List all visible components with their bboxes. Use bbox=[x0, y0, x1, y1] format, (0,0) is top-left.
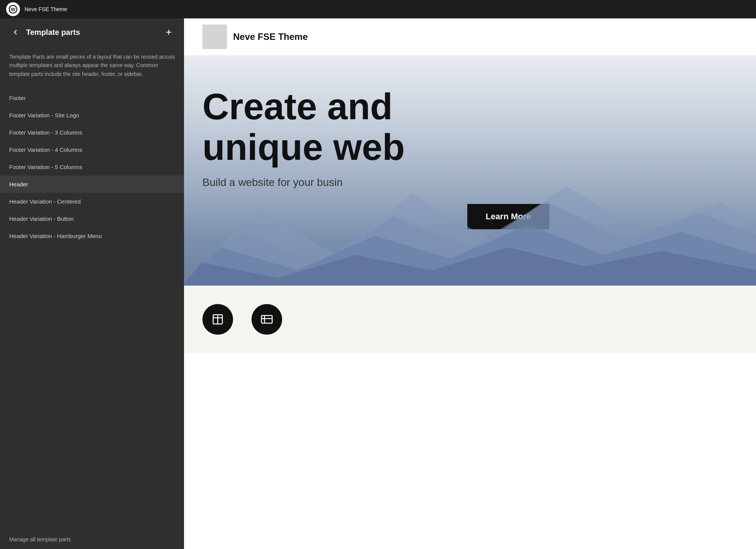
add-button[interactable] bbox=[163, 26, 175, 38]
sidebar-footer: Manage all template parts bbox=[0, 529, 184, 549]
sidebar-title: Template parts bbox=[26, 28, 80, 37]
svg-text:W: W bbox=[11, 7, 16, 12]
wordpress-logo: W bbox=[6, 2, 20, 16]
back-button[interactable] bbox=[9, 26, 21, 38]
preview-area: Neve FSE Theme Create and unique web Bui… bbox=[184, 18, 756, 549]
sidebar-header-left: Template parts bbox=[9, 26, 80, 38]
site-logo bbox=[202, 25, 227, 49]
mountain-illustration bbox=[184, 178, 756, 286]
hero-title: Create and unique web bbox=[202, 86, 738, 167]
below-hero-section bbox=[184, 286, 756, 353]
feature-icon-2 bbox=[251, 304, 282, 335]
feature-icon-1 bbox=[202, 304, 233, 335]
sidebar: Template parts Template Parts are small … bbox=[0, 18, 184, 549]
sidebar-item-header-hamburger[interactable]: Header Variation - Hamburger Menu bbox=[0, 227, 184, 245]
top-bar-title: Neve FSE Theme bbox=[25, 6, 67, 12]
sidebar-item-footer-5-columns[interactable]: Footer Variation - 5 Columns bbox=[0, 158, 184, 176]
site-header: Neve FSE Theme bbox=[184, 18, 756, 56]
top-bar: W Neve FSE Theme bbox=[0, 0, 756, 18]
main-content: Neve FSE Theme Create and unique web Bui… bbox=[184, 18, 756, 549]
sidebar-item-header-button[interactable]: Header Variation - Button bbox=[0, 210, 184, 227]
sidebar-item-footer-site-logo[interactable]: Footer Variation - Site Logo bbox=[0, 107, 184, 124]
sidebar-item-footer-3-columns[interactable]: Footer Variation - 3 Columns bbox=[0, 124, 184, 141]
site-name: Neve FSE Theme bbox=[233, 31, 308, 42]
sidebar-item-footer[interactable]: Footer bbox=[0, 89, 184, 107]
svg-rect-11 bbox=[261, 316, 272, 323]
sidebar-description: Template Parts are small pieces of a lay… bbox=[0, 45, 184, 86]
sidebar-item-header-centered[interactable]: Header Variation - Centered bbox=[0, 193, 184, 210]
sidebar-item-header[interactable]: Header bbox=[0, 176, 184, 193]
sidebar-header: Template parts bbox=[0, 18, 184, 45]
sidebar-list: FooterFooter Variation - Site LogoFooter… bbox=[0, 86, 184, 529]
sidebar-item-footer-4-columns[interactable]: Footer Variation - 4 Columns bbox=[0, 141, 184, 158]
manage-all-link[interactable]: Manage all template parts bbox=[9, 536, 71, 542]
hero-section: Create and unique web Build a website fo… bbox=[184, 56, 756, 286]
